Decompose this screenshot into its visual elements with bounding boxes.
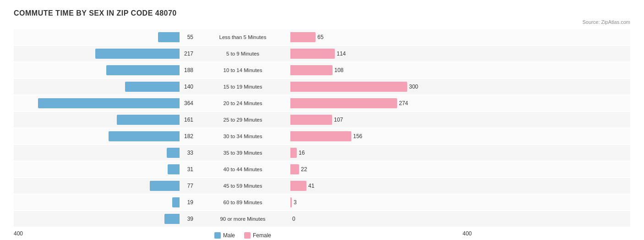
female-value: 41 bbox=[308, 183, 322, 189]
right-section: 274 bbox=[289, 98, 472, 108]
table-row: 18230 to 34 Minutes156 bbox=[14, 128, 630, 144]
table-row: 7745 to 59 Minutes41 bbox=[14, 178, 630, 194]
male-bar bbox=[106, 65, 180, 75]
legend-male-box bbox=[214, 232, 221, 239]
table-row: 55Less than 5 Minutes65 bbox=[14, 29, 630, 45]
male-value: 77 bbox=[180, 183, 193, 189]
left-section: 55 bbox=[14, 32, 197, 42]
legend: Male Female bbox=[197, 232, 289, 239]
male-bar bbox=[168, 164, 180, 174]
axis-left: 400 bbox=[14, 230, 197, 237]
source-label: Source: ZipAtlas.com bbox=[14, 19, 630, 25]
female-bar bbox=[290, 82, 407, 92]
female-bar bbox=[290, 98, 397, 108]
right-section: 156 bbox=[289, 131, 472, 141]
chart-title: COMMUTE TIME BY SEX IN ZIP CODE 48070 bbox=[14, 9, 630, 17]
left-section: 77 bbox=[14, 181, 197, 191]
table-row: 18810 to 14 Minutes108 bbox=[14, 62, 630, 78]
left-section: 31 bbox=[14, 164, 197, 174]
left-section: 217 bbox=[14, 49, 197, 59]
male-value: 33 bbox=[180, 150, 193, 156]
axis-left-label: 400 bbox=[14, 230, 23, 237]
bar-label: 15 to 19 Minutes bbox=[197, 84, 289, 89]
female-bar bbox=[290, 197, 292, 207]
left-bar-container bbox=[14, 32, 180, 42]
right-section: 16 bbox=[289, 148, 472, 158]
bar-label: 45 to 59 Minutes bbox=[197, 183, 289, 189]
female-bar bbox=[290, 148, 297, 158]
bar-label: 20 to 24 Minutes bbox=[197, 100, 289, 106]
right-section: 65 bbox=[289, 32, 472, 42]
left-bar-container bbox=[14, 49, 180, 59]
left-bar-container bbox=[14, 181, 180, 191]
male-value: 188 bbox=[180, 67, 193, 73]
left-section: 33 bbox=[14, 148, 197, 158]
table-row: 3335 to 39 Minutes16 bbox=[14, 145, 630, 161]
female-value: 114 bbox=[337, 50, 350, 57]
right-section: 300 bbox=[289, 82, 472, 92]
male-bar bbox=[125, 82, 180, 92]
left-section: 161 bbox=[14, 115, 197, 125]
female-bar bbox=[290, 32, 316, 42]
axis-right-label: 400 bbox=[463, 230, 472, 237]
left-bar-container bbox=[14, 98, 180, 108]
male-value: 31 bbox=[180, 166, 193, 173]
left-section: 19 bbox=[14, 197, 197, 207]
female-value: 300 bbox=[409, 84, 423, 90]
bottom-row: 400 Male Female 400 bbox=[14, 229, 630, 239]
legend-male-label: Male bbox=[223, 232, 235, 239]
male-value: 182 bbox=[180, 133, 193, 140]
female-value: 3 bbox=[294, 199, 307, 206]
right-section: 108 bbox=[289, 65, 472, 75]
bar-label: 5 to 9 Minutes bbox=[197, 51, 289, 56]
table-row: 3140 to 44 Minutes22 bbox=[14, 162, 630, 177]
male-value: 140 bbox=[180, 84, 193, 90]
right-section: 41 bbox=[289, 181, 472, 191]
table-row: 36420 to 24 Minutes274 bbox=[14, 95, 630, 111]
table-row: 1960 to 89 Minutes3 bbox=[14, 195, 630, 210]
male-value: 55 bbox=[180, 34, 193, 40]
left-bar-container bbox=[14, 115, 180, 125]
right-section: 3 bbox=[289, 197, 472, 207]
left-section: 140 bbox=[14, 82, 197, 92]
left-bar-container bbox=[14, 82, 180, 92]
male-bar bbox=[167, 148, 180, 158]
female-bar bbox=[290, 65, 333, 75]
female-bar bbox=[290, 131, 351, 141]
male-bar bbox=[38, 98, 180, 108]
male-value: 161 bbox=[180, 117, 193, 123]
female-value: 108 bbox=[334, 67, 348, 73]
male-bar bbox=[150, 181, 180, 191]
legend-male: Male bbox=[214, 232, 235, 239]
female-value: 156 bbox=[353, 133, 367, 140]
left-bar-container bbox=[14, 164, 180, 174]
female-value: 0 bbox=[292, 216, 306, 222]
male-bar bbox=[117, 115, 180, 125]
female-bar bbox=[290, 49, 335, 59]
bar-label: Less than 5 Minutes bbox=[197, 34, 289, 40]
right-section: 22 bbox=[289, 164, 472, 174]
left-section: 182 bbox=[14, 131, 197, 141]
left-section: 39 bbox=[14, 214, 197, 224]
chart-container: COMMUTE TIME BY SEX IN ZIP CODE 48070 So… bbox=[14, 9, 630, 239]
table-row: 3990 or more Minutes0 bbox=[14, 211, 630, 227]
female-value: 16 bbox=[299, 150, 312, 156]
bar-label: 30 to 34 Minutes bbox=[197, 134, 289, 139]
legend-female: Female bbox=[244, 232, 271, 239]
male-value: 39 bbox=[180, 216, 193, 222]
table-row: 2175 to 9 Minutes114 bbox=[14, 46, 630, 61]
male-bar bbox=[164, 214, 180, 224]
left-section: 188 bbox=[14, 65, 197, 75]
left-bar-container bbox=[14, 148, 180, 158]
bar-label: 35 to 39 Minutes bbox=[197, 150, 289, 156]
female-bar bbox=[290, 164, 299, 174]
female-value: 22 bbox=[301, 166, 315, 173]
left-bar-container bbox=[14, 65, 180, 75]
left-section: 364 bbox=[14, 98, 197, 108]
bar-label: 90 or more Minutes bbox=[197, 216, 289, 222]
female-bar bbox=[290, 181, 306, 191]
table-row: 16125 to 29 Minutes107 bbox=[14, 112, 630, 128]
male-value: 364 bbox=[180, 100, 193, 106]
right-section: 114 bbox=[289, 49, 472, 59]
bar-label: 10 to 14 Minutes bbox=[197, 67, 289, 73]
